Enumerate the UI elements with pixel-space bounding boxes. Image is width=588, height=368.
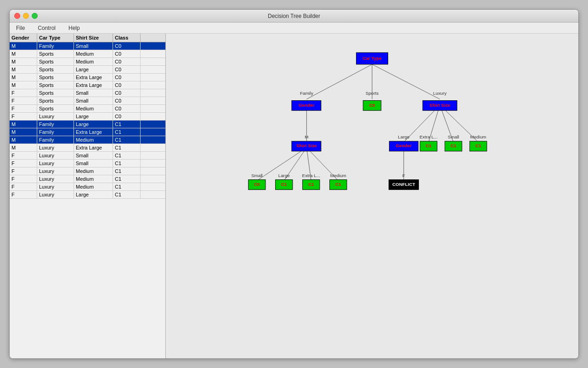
table-body[interactable]: MFamilySmallC0MSportsMediumC0MSportsMedi… bbox=[10, 42, 165, 199]
table-row[interactable]: MFamilyMediumC1 bbox=[10, 136, 165, 144]
table-row[interactable]: MFamilyExtra LargeC1 bbox=[10, 128, 165, 136]
table-row[interactable]: MSportsMediumC0 bbox=[10, 50, 165, 58]
cell-car: Luxury bbox=[37, 191, 74, 198]
node-c1-large-label: C1 bbox=[281, 182, 287, 187]
cell-shirt: Extra Large bbox=[74, 81, 113, 89]
label-medium-luxury: Medium bbox=[470, 134, 486, 139]
cell-gender: M bbox=[10, 74, 37, 81]
table-row[interactable]: MSportsMediumC0 bbox=[10, 58, 165, 66]
cell-shirt: Extra Large bbox=[74, 128, 113, 136]
table-row[interactable]: MSportsLargeC0 bbox=[10, 66, 165, 74]
col-class: Class bbox=[113, 34, 141, 42]
cell-shirt: Medium bbox=[74, 136, 113, 144]
cell-class: C1 bbox=[113, 136, 141, 144]
node-gender-large-label: Gender bbox=[396, 143, 412, 148]
cell-car: Sports bbox=[37, 66, 74, 73]
cell-shirt: Small bbox=[74, 42, 113, 50]
table-row[interactable]: FSportsSmallC0 bbox=[10, 97, 165, 105]
table-row[interactable]: FSportsMediumC0 bbox=[10, 105, 165, 113]
cell-shirt: Medium bbox=[74, 50, 113, 58]
cell-class: C0 bbox=[113, 97, 141, 104]
minimize-button[interactable] bbox=[23, 13, 29, 19]
cell-gender: M bbox=[10, 121, 37, 128]
tree-svg: Car Type Family Sports Luxury Gender C0 bbox=[166, 34, 578, 359]
cell-gender: M bbox=[10, 42, 37, 50]
node-c1-extral-m-label: C1 bbox=[308, 182, 314, 187]
cell-gender: M bbox=[10, 136, 37, 144]
close-button[interactable] bbox=[14, 13, 20, 19]
cell-class: C1 bbox=[113, 121, 141, 128]
cell-class: C1 bbox=[113, 160, 141, 167]
table-row[interactable]: FLuxurySmallC1 bbox=[10, 160, 165, 167]
label-m: M bbox=[305, 134, 308, 139]
label-extral-m: Extra L... bbox=[302, 173, 320, 178]
cell-class: C0 bbox=[113, 74, 141, 81]
cell-gender: M bbox=[10, 58, 37, 65]
label-small-luxury: Small bbox=[448, 134, 459, 139]
cell-car: Sports bbox=[37, 97, 74, 104]
cell-class: C0 bbox=[113, 105, 141, 112]
table-row[interactable]: FLuxurySmallC1 bbox=[10, 152, 165, 160]
table-row[interactable]: MSportsExtra LargeC0 bbox=[10, 81, 165, 89]
cell-car: Family bbox=[37, 128, 74, 136]
cell-class: C1 bbox=[113, 175, 141, 183]
cell-shirt: Large bbox=[74, 121, 113, 128]
menu-help[interactable]: Help bbox=[66, 24, 83, 32]
cell-class: C1 bbox=[113, 128, 141, 136]
menu-control[interactable]: Control bbox=[35, 24, 58, 32]
table-header: Gender Car Type Shirt Size Class bbox=[10, 34, 165, 42]
menu-file[interactable]: File bbox=[13, 24, 28, 32]
cell-class: C1 bbox=[113, 152, 141, 159]
cell-car: Sports bbox=[37, 50, 74, 58]
cell-gender: F bbox=[10, 167, 37, 175]
table-row[interactable]: FLuxuryMediumC1 bbox=[10, 167, 165, 175]
table-row[interactable]: MFamilySmallC0 bbox=[10, 42, 165, 50]
cell-gender: M bbox=[10, 81, 37, 89]
cell-car: Luxury bbox=[37, 167, 74, 175]
label-sports: Sports bbox=[366, 91, 379, 96]
cell-gender: F bbox=[10, 191, 37, 198]
table-row[interactable]: FLuxuryMediumC1 bbox=[10, 183, 165, 191]
main-content: Gender Car Type Shirt Size Class MFamily… bbox=[10, 34, 578, 359]
table-row[interactable]: MLuxuryExtra LargeC1 bbox=[10, 144, 165, 152]
node-sports-c0-label: C0 bbox=[369, 103, 375, 108]
node-shirtsize-m-label: Shirt Size bbox=[296, 143, 317, 148]
table-row[interactable]: MSportsExtra LargeC0 bbox=[10, 74, 165, 81]
label-extral-luxury: Extra L... bbox=[419, 134, 437, 139]
table-row[interactable]: FLuxuryMediumC1 bbox=[10, 175, 165, 183]
node-c1-small-luxury-label: C1 bbox=[451, 143, 457, 148]
table-row[interactable]: MFamilyLargeC1 bbox=[10, 121, 165, 128]
node-shirtsize-luxury-label: Shirt Size bbox=[430, 103, 450, 108]
cell-car: Luxury bbox=[37, 160, 74, 167]
cell-gender: M bbox=[10, 50, 37, 58]
cell-shirt: Medium bbox=[74, 167, 113, 175]
cell-car: Luxury bbox=[37, 152, 74, 159]
cell-shirt: Medium bbox=[74, 183, 113, 190]
table-row[interactable]: FSportsSmallC0 bbox=[10, 89, 165, 97]
cell-gender: F bbox=[10, 160, 37, 167]
tree-panel: Car Type Family Sports Luxury Gender C0 bbox=[166, 34, 578, 359]
cell-class: C0 bbox=[113, 89, 141, 97]
cell-gender: F bbox=[10, 105, 37, 112]
cell-gender: F bbox=[10, 175, 37, 183]
data-table-panel[interactable]: Gender Car Type Shirt Size Class MFamily… bbox=[10, 34, 166, 359]
cell-shirt: Large bbox=[74, 66, 113, 73]
cell-gender: F bbox=[10, 183, 37, 190]
svg-line-0 bbox=[306, 64, 372, 99]
cell-car: Sports bbox=[37, 74, 74, 81]
table-row[interactable]: FLuxuryLargeC0 bbox=[10, 113, 165, 121]
cell-class: C1 bbox=[113, 191, 141, 198]
table-row[interactable]: FLuxuryLargeC1 bbox=[10, 191, 165, 199]
cell-gender: M bbox=[10, 66, 37, 73]
cell-gender: M bbox=[10, 144, 37, 151]
col-gender: Gender bbox=[10, 34, 37, 42]
maximize-button[interactable] bbox=[32, 13, 38, 19]
node-c0-small-label: C0 bbox=[254, 182, 260, 187]
cell-car: Family bbox=[37, 42, 74, 50]
label-luxury: Luxury bbox=[433, 91, 447, 96]
cell-car: Family bbox=[37, 121, 74, 128]
cell-car: Family bbox=[37, 136, 74, 144]
cell-shirt: Small bbox=[74, 89, 113, 97]
cell-shirt: Small bbox=[74, 160, 113, 167]
cell-shirt: Small bbox=[74, 97, 113, 104]
